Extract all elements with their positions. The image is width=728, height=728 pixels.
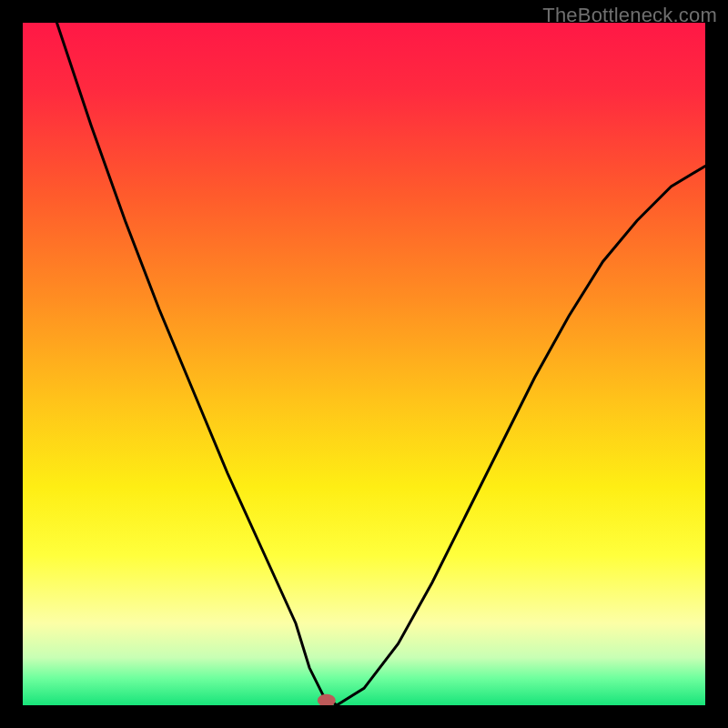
chart-svg	[23, 23, 705, 705]
marker-dot	[318, 694, 336, 705]
chart-frame: TheBottleneck.com	[0, 0, 728, 728]
plot-area	[23, 23, 705, 705]
curve-path	[57, 23, 706, 705]
